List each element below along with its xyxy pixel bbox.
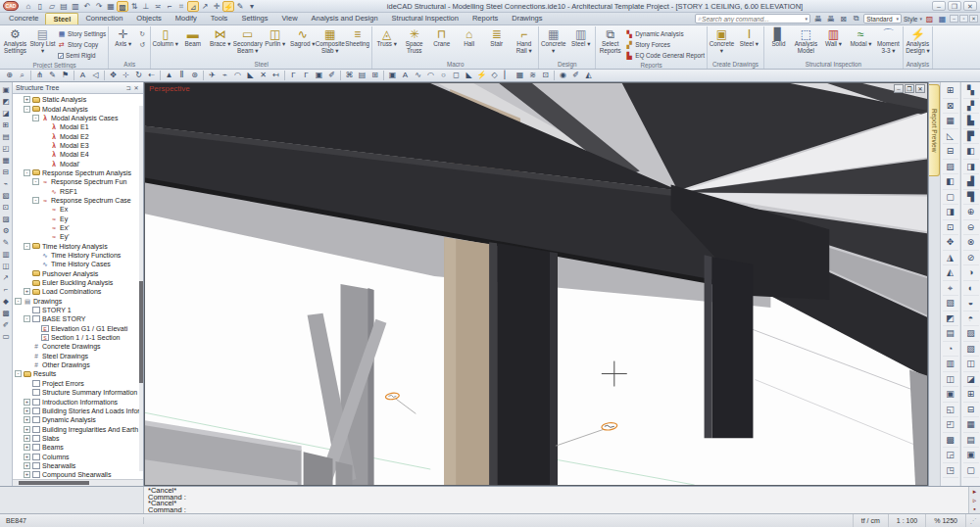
tree-item-concrete-drawings[interactable]: #Concrete Drawings: [15, 342, 143, 351]
inspection-tool-icon[interactable]: ▨: [963, 326, 979, 342]
tree-item-ex[interactable]: ≈Ex': [15, 223, 143, 232]
align-icon[interactable]: ≍: [152, 1, 164, 12]
story-list-button[interactable]: ▤Story List ▾: [29, 26, 56, 61]
layers-icon[interactable]: ▩: [117, 1, 128, 12]
tab-objects[interactable]: Objects: [129, 13, 168, 24]
tab-structural-inspection[interactable]: Structural Inspection: [385, 13, 466, 24]
tab-analysis-and-design[interactable]: Analysis and Design: [305, 13, 385, 24]
side-tool-icon[interactable]: ◆: [1, 296, 12, 307]
inspection-tool-icon[interactable]: ▜: [963, 190, 979, 206]
tree-item-other-drawings[interactable]: #Other Drawings: [15, 360, 143, 369]
inspection-tool-icon[interactable]: ▛: [963, 129, 979, 145]
tab-drawings[interactable]: Drawings: [505, 13, 549, 24]
side-tool-icon[interactable]: ↗: [1, 272, 12, 283]
tree-item-modal-e4[interactable]: λModal E4: [15, 150, 143, 159]
inspection-tool-icon[interactable]: ▟: [963, 174, 979, 190]
side-tool-icon[interactable]: ◰: [1, 143, 12, 154]
solid-button[interactable]: ▊Solid: [765, 26, 792, 60]
tree-item-shearwalls[interactable]: +Shearwalls: [15, 461, 143, 470]
sort-icon[interactable]: ⇅: [128, 1, 140, 12]
expander-icon[interactable]: +: [24, 462, 30, 469]
side-tool-icon[interactable]: ▤: [1, 131, 12, 142]
report-preview-tab[interactable]: Report Preview: [929, 84, 940, 176]
inspection-tool-icon[interactable]: ◐: [963, 281, 979, 297]
side-tool-icon[interactable]: ▭: [1, 331, 12, 342]
cross-icon[interactable]: ✛: [211, 1, 222, 12]
more-icon[interactable]: ▾: [246, 1, 258, 12]
node-icon[interactable]: ⊥: [140, 1, 152, 12]
expander-icon[interactable]: -: [15, 370, 22, 377]
tree-item-load-combinations[interactable]: +Load Combinations: [15, 287, 143, 296]
viewport-window-minimize-button[interactable]: –: [894, 84, 904, 93]
expander-icon[interactable]: -: [24, 106, 30, 113]
concrete-button[interactable]: ▦Concrete ▾: [540, 26, 566, 60]
tree-item-story-1[interactable]: STORY 1: [15, 306, 143, 314]
inspection-tool-icon[interactable]: ▦: [963, 417, 979, 433]
tree-item-introduction-informations[interactable]: +Introduction Informations: [15, 397, 143, 406]
inspection-tool-icon[interactable]: ▣: [943, 387, 958, 403]
expander-icon[interactable]: +: [24, 407, 30, 414]
modal-button[interactable]: ≈Modal ▾: [848, 26, 874, 60]
side-tool-icon[interactable]: ▨: [1, 214, 12, 224]
steel-button[interactable]: ⅠSteel ▾: [736, 26, 762, 60]
analysis-settings-button[interactable]: ⚙Analysis Settings: [2, 26, 28, 61]
help-icon[interactable]: ▦: [937, 15, 948, 24]
inspection-tool-icon[interactable]: ▧: [963, 342, 979, 358]
print-preview-icon[interactable]: 🖶: [825, 15, 836, 24]
side-tool-icon[interactable]: ▣: [1, 84, 12, 95]
tree-item-elevation-g1-g1-elevati[interactable]: EElevation G1 / G1 Elevati: [15, 324, 143, 333]
expander-icon[interactable]: -: [15, 298, 22, 305]
tree-item-response-spectrum-fun[interactable]: -≈Response Spectrum Fun: [15, 177, 143, 186]
search-input[interactable]: [702, 16, 806, 23]
inspection-tool-icon[interactable]: ◫: [963, 357, 979, 372]
tree-vertical-scrollbar[interactable]: [139, 106, 143, 471]
tool-icon[interactable]: ✎: [46, 70, 59, 81]
wall-button[interactable]: ▥Wall ▾: [820, 26, 847, 60]
tree-item-time-history-cases[interactable]: ∿Time History Cases: [15, 260, 143, 268]
tool-icon[interactable]: ◠: [424, 70, 437, 81]
viewport-3d[interactable]: Perspective –❐✕: [144, 82, 928, 486]
inspection-tool-icon[interactable]: ▤: [963, 433, 979, 449]
resize-grip-icon[interactable]: ⋰: [966, 517, 980, 525]
select-reports-button[interactable]: ⧉Select Reports: [597, 26, 623, 61]
inspection-tool-icon[interactable]: ⊠: [943, 99, 958, 115]
cascade-icon[interactable]: ⧉: [851, 14, 861, 24]
truss-button[interactable]: ◬Truss ▾: [373, 26, 400, 60]
side-tool-icon[interactable]: ⊡: [1, 202, 12, 213]
inspection-tool-icon[interactable]: ◔: [943, 342, 958, 358]
grid-icon[interactable]: ⌗: [175, 1, 187, 12]
inspection-tool-icon[interactable]: ◰: [943, 417, 958, 433]
inspection-tool-icon[interactable]: ⌖: [943, 281, 958, 297]
tool-icon[interactable]: ◉: [557, 70, 569, 81]
close-view-icon[interactable]: ⊠: [838, 15, 849, 24]
window-minimize-button[interactable]: –: [932, 1, 946, 11]
tree-item-pushover-analysis[interactable]: Pushover Analysis: [15, 269, 143, 278]
tree-item-results[interactable]: -Results: [15, 369, 143, 378]
inspection-tool-icon[interactable]: ▢: [943, 190, 958, 206]
inspection-tool-icon[interactable]: ▩: [943, 433, 958, 449]
tool-icon[interactable]: ↤: [270, 70, 282, 81]
side-tool-icon[interactable]: ◪: [1, 108, 12, 119]
expander-icon[interactable]: -: [24, 243, 30, 250]
inspection-tool-icon[interactable]: ◧: [963, 144, 979, 160]
inspection-tool-icon[interactable]: ▣: [963, 448, 979, 463]
palette-icon[interactable]: ▨: [924, 15, 935, 24]
expander-icon[interactable]: -: [24, 169, 30, 176]
side-tool-icon[interactable]: ▧: [1, 190, 12, 201]
side-tool-icon[interactable]: ◫: [1, 261, 12, 271]
side-tool-icon[interactable]: ⚙: [1, 225, 12, 236]
tool-icon[interactable]: ⊛: [188, 70, 201, 81]
expander-icon[interactable]: -: [32, 178, 39, 185]
inspection-tool-icon[interactable]: ▦: [943, 114, 958, 129]
tool-icon[interactable]: ⊡: [539, 70, 552, 81]
secondary-beam-button[interactable]: ▭Secondary Beam ▾: [234, 26, 261, 60]
tab-connection[interactable]: Connection: [78, 13, 129, 24]
composite-slab-button[interactable]: ▦Composite Slab ▾: [317, 26, 343, 60]
inspection-tool-icon[interactable]: ◲: [943, 448, 958, 463]
save-all-icon[interactable]: ▥: [70, 1, 81, 12]
command-side-icon[interactable]: ▪: [973, 504, 975, 513]
analysis-design-button[interactable]: ⚡Analysis Design ▾: [905, 26, 931, 60]
tool-icon[interactable]: ⊕: [3, 70, 16, 81]
pen-icon[interactable]: ✎: [234, 1, 246, 12]
tool-icon[interactable]: ▦: [514, 70, 526, 81]
